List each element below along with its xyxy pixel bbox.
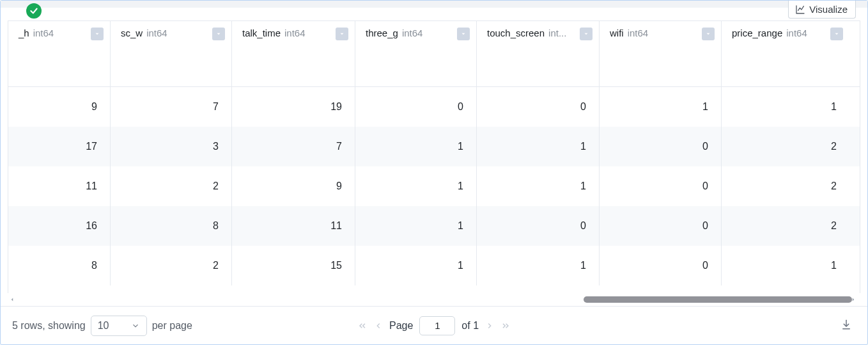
chevron-down-icon — [131, 321, 140, 330]
cell[interactable]: 1 — [722, 87, 849, 127]
cell[interactable]: 0 — [600, 206, 722, 246]
table-row: 11 2 9 1 1 0 2 — [8, 166, 860, 206]
column-header-talk_time[interactable]: talk_time int64 — [232, 21, 355, 86]
output-top-strip — [1, 1, 867, 8]
per-page-select[interactable]: 10 — [91, 316, 147, 336]
scroll-thumb[interactable] — [584, 296, 852, 303]
column-menu-button[interactable] — [336, 28, 348, 40]
cell[interactable]: 0 — [600, 246, 722, 285]
page-input[interactable] — [419, 316, 455, 335]
cell[interactable]: 7 — [111, 87, 232, 127]
column-type: int64 — [786, 28, 807, 38]
cell[interactable]: 1 — [600, 87, 722, 127]
cell[interactable]: 11 — [8, 166, 111, 206]
cell[interactable]: 19 — [232, 87, 355, 127]
table-row: 9 7 19 0 0 1 1 — [8, 87, 860, 127]
column-header-wifi[interactable]: wifi int64 — [600, 21, 722, 86]
cell[interactable]: 1 — [355, 246, 477, 285]
next-page-button[interactable] — [485, 321, 494, 330]
cell[interactable]: 1 — [355, 127, 477, 166]
cell[interactable]: 1 — [477, 166, 600, 206]
cell[interactable]: 7 — [232, 127, 355, 166]
cell[interactable]: 9 — [232, 166, 355, 206]
cell[interactable]: 1 — [355, 206, 477, 246]
chart-line-icon — [795, 4, 805, 15]
grid-body: 9 7 19 0 0 1 1 17 3 7 1 1 0 2 — [8, 87, 860, 285]
cell[interactable]: 15 — [232, 246, 355, 285]
visualize-button[interactable]: Visualize — [788, 1, 856, 19]
cell[interactable]: 2 — [111, 246, 232, 285]
cell[interactable]: 2 — [722, 127, 849, 166]
column-menu-button[interactable] — [91, 28, 104, 40]
column-name: touch_screen — [487, 28, 545, 38]
dataframe-output-panel: Visualize _h int64 sc_w int64 — [0, 0, 868, 345]
per-page-suffix: per page — [152, 320, 192, 332]
column-name: price_range — [732, 28, 782, 38]
table-row: 17 3 7 1 1 0 2 — [8, 127, 860, 166]
column-menu-button[interactable] — [580, 28, 593, 40]
grid-header-row: _h int64 sc_w int64 talk_time int64 — [8, 21, 860, 87]
cell[interactable]: 0 — [477, 206, 600, 246]
column-header-touch_screen[interactable]: touch_screen int... — [477, 21, 600, 86]
cell[interactable]: 0 — [355, 87, 477, 127]
cell[interactable]: 1 — [355, 166, 477, 206]
cell-success-icon — [26, 3, 42, 19]
column-type: int64 — [146, 28, 167, 38]
column-name: three_g — [366, 28, 398, 38]
cell[interactable]: 0 — [477, 87, 600, 127]
column-header-sc_w[interactable]: sc_w int64 — [111, 21, 232, 86]
prev-page-button[interactable] — [374, 321, 383, 330]
column-menu-button[interactable] — [702, 28, 715, 40]
cell[interactable]: 3 — [111, 127, 232, 166]
table-row: 8 2 15 1 1 0 1 — [8, 246, 860, 285]
column-menu-button[interactable] — [212, 28, 225, 40]
column-name: talk_time — [242, 28, 281, 38]
cell[interactable]: 16 — [8, 206, 111, 246]
horizontal-scrollbar[interactable] — [8, 293, 868, 306]
column-name: wifi — [610, 28, 624, 38]
column-header-three_g[interactable]: three_g int64 — [355, 21, 477, 86]
table-row: 16 8 11 1 0 0 2 — [8, 206, 860, 246]
cell[interactable]: 1 — [477, 127, 600, 166]
column-type: int64 — [284, 28, 306, 38]
cell[interactable]: 2 — [111, 166, 232, 206]
per-page-value: 10 — [98, 320, 109, 332]
download-button[interactable] — [841, 319, 852, 333]
cell[interactable]: 0 — [600, 127, 722, 166]
column-name: sc_w — [121, 28, 143, 38]
cell[interactable]: 11 — [232, 206, 355, 246]
column-type: int64 — [33, 28, 54, 38]
column-menu-button[interactable] — [457, 28, 470, 40]
page-label: Page — [389, 320, 413, 332]
cell[interactable]: 2 — [722, 206, 849, 246]
column-name: _h — [19, 28, 29, 38]
pager: Page of 1 — [357, 316, 511, 335]
grid-footer: 5 rows, showing 10 per page Page of 1 — [1, 306, 867, 344]
rows-showing-label: 5 rows, showing — [12, 320, 86, 332]
column-type: int64 — [402, 28, 423, 38]
column-header-_h[interactable]: _h int64 — [8, 21, 111, 86]
last-page-button[interactable] — [500, 321, 511, 331]
scroll-right-icon[interactable] — [849, 295, 858, 304]
visualize-label: Visualize — [809, 4, 848, 15]
column-menu-button[interactable] — [830, 28, 843, 40]
column-type: int64 — [628, 28, 649, 38]
cell[interactable]: 17 — [8, 127, 111, 166]
cell[interactable]: 1 — [477, 246, 600, 285]
page-of-label: of 1 — [461, 320, 479, 332]
column-type: int... — [548, 28, 566, 38]
cell[interactable]: 2 — [722, 166, 849, 206]
cell[interactable]: 8 — [8, 246, 111, 285]
cell[interactable]: 1 — [722, 246, 849, 285]
cell[interactable]: 9 — [8, 87, 111, 127]
cell[interactable]: 0 — [600, 166, 722, 206]
rows-per-page-info: 5 rows, showing 10 per page — [12, 316, 192, 336]
cell[interactable]: 8 — [111, 206, 232, 246]
column-header-price_range[interactable]: price_range int64 — [722, 21, 849, 86]
first-page-button[interactable] — [357, 321, 368, 331]
scroll-left-icon[interactable] — [8, 295, 17, 304]
data-grid: _h int64 sc_w int64 talk_time int64 — [1, 8, 867, 293]
